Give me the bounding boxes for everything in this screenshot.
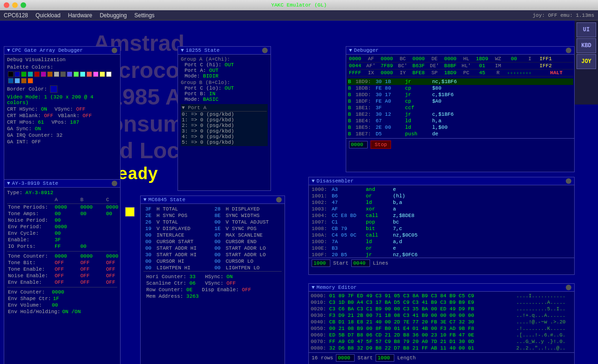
border-color-row: Border Color: xyxy=(7,84,117,94)
menu-hardware[interactable]: Hardware xyxy=(68,12,92,19)
stop-button[interactable]: Stop xyxy=(370,140,391,149)
kbd-button[interactable]: KBD xyxy=(577,38,596,53)
color-13 xyxy=(93,71,99,77)
i8255-close[interactable] xyxy=(262,48,268,53)
crtc-start-addr-lo: 00START ADDR LO xyxy=(213,245,282,252)
disassembler-panel: ▼Disassembler 1000: A3 and e 1001: B6 or… xyxy=(308,177,575,275)
crtc-cursor-lo: 00CURSOR LO xyxy=(213,258,282,265)
port-a-pin-1: 1: => 0 (psg/kbd) xyxy=(182,117,267,123)
disasm-lines-input[interactable] xyxy=(351,259,370,267)
disasm-start-input[interactable] xyxy=(312,259,330,267)
crt-blank-row: CRT HBlank: OFF VBlank: OFF xyxy=(7,112,117,119)
ay-noise-enable: Noise Enable: OFFOFFOFF xyxy=(7,273,117,279)
ui-button[interactable]: UI xyxy=(577,22,596,37)
disasm-row: 1007: C1 pop bc xyxy=(311,219,572,225)
color-9 xyxy=(67,71,72,77)
reg-addr-0: 0000 xyxy=(348,56,362,62)
disasm-area: B 1BD9: 30 1B jr nc,$1BF6 B 1BDB: FE 80 … xyxy=(347,78,573,137)
row-counter: Row Counter: 0E xyxy=(146,287,192,293)
traffic-lights xyxy=(4,2,26,8)
color-12 xyxy=(86,71,92,77)
color-15 xyxy=(106,71,112,77)
memory-close[interactable] xyxy=(566,285,571,290)
palette-label: Palette Colors: xyxy=(7,64,117,70)
mc6845-panel: ▼MC6845 State 3FH TOTAL 28H DISPLAYED 2E… xyxy=(140,196,285,364)
ay-header: ▼AY-3-8910 State xyxy=(4,180,120,188)
disasm-title: Disassembler xyxy=(317,178,354,184)
mem-row: 0010: C3 1D B0 A4 C3 17 BA D5 C9 C3 41 B… xyxy=(311,299,513,306)
memory-title: Memory Editor xyxy=(317,285,357,290)
crtc-v-displayed: 19V DISPLAYED xyxy=(143,225,213,232)
mc6845-close[interactable] xyxy=(276,197,282,203)
disasm-row: 100F: 20 B5 jr nz,$0FC6 xyxy=(311,252,572,258)
menu-cpc6128[interactable]: CPC6128 xyxy=(4,12,28,19)
crt-hsync: CRT HSync: ON xyxy=(7,106,47,112)
menu-quickload[interactable]: Quickload xyxy=(36,12,60,19)
crtc-interlace: 00INTERLACE xyxy=(143,232,213,238)
color-0 xyxy=(8,71,14,77)
crt-hblank: CRT HBlank: OFF xyxy=(7,113,53,119)
memory-header: ▼Memory Editor xyxy=(309,284,574,292)
crtc-v-total: 26V TOTAL xyxy=(143,219,213,225)
palette-preview xyxy=(125,207,135,217)
crtc-h-total: 3FH TOTAL xyxy=(143,206,213,212)
palette-colors xyxy=(7,70,117,84)
disasm-row: 1004: CC E8 BD call z,$BDE8 xyxy=(311,212,572,219)
joy-button[interactable]: JOY xyxy=(577,54,596,69)
memory-length-input[interactable] xyxy=(376,354,394,362)
gate-array-title: CPC Gate Array Debugger xyxy=(12,48,83,53)
debugger-header: ▼Debugger xyxy=(346,47,574,55)
menubar: CPC6128 Quickload Hardware Debugging Set… xyxy=(0,10,598,21)
port-a-pin-0: 0: => 0 (psg/kbd) xyxy=(182,112,267,117)
disasm-close[interactable] xyxy=(566,178,571,184)
debugger-addr-input[interactable] xyxy=(349,141,368,148)
debug-viz-label: Debug Visualization xyxy=(7,56,117,63)
titlebar: YAKC Emulator (GL) xyxy=(0,0,598,10)
rows-label: 16 rows xyxy=(312,355,333,361)
menu-debugging[interactable]: Debugging xyxy=(100,12,127,19)
maximize-button[interactable] xyxy=(21,2,26,8)
color-4 xyxy=(34,71,40,77)
disasm-row: 1000: A3 and e xyxy=(311,186,572,193)
ay-env-cycle: Env Cycle: 00 xyxy=(7,230,117,237)
ga-irq: GA IRQ Counter: 32 xyxy=(7,132,117,139)
ay-noise-period: Noise Period: 00 xyxy=(7,217,117,224)
ga-sync: GA Sync: ON xyxy=(7,126,117,132)
minimize-button[interactable] xyxy=(12,2,18,8)
i8255-header: ▼i8255 State xyxy=(178,47,271,55)
hsync-stat: HSync: ON xyxy=(205,274,233,280)
i8255-title: i8255 State xyxy=(186,48,220,53)
port-c-hi: Port C (hi): OUT xyxy=(181,62,268,68)
ay-close[interactable] xyxy=(112,181,117,186)
crtc-start-addr-lo2: 00START ADDR LO xyxy=(213,252,282,258)
menu-settings[interactable]: Settings xyxy=(135,12,155,19)
ay-panel: ▼AY-3-8910 State Type: AY-3-8912 ABC Ton… xyxy=(4,179,121,364)
close-button[interactable] xyxy=(4,2,9,8)
ay-env-period: Env Period: 0000 xyxy=(7,224,117,230)
memory-controls: 16 rows Start Length xyxy=(309,352,574,363)
disasm-lines-text: Lines xyxy=(373,260,388,266)
memory-start-label: Start xyxy=(357,355,373,361)
hex-column: 0000: 01 89 7F ED 49 C3 91 05 C3 8A B9 C… xyxy=(311,293,513,351)
gate-array-header: ▼CPC Gate Array Debugger xyxy=(4,47,120,55)
ay-tone-amps: Tone Amps: 000000 xyxy=(7,210,117,217)
disasm-header: ▼Disassembler xyxy=(309,177,574,185)
ay-tone-enable: Tone Enable: OFFOFFOFF xyxy=(7,266,117,273)
memory-start-input[interactable] xyxy=(336,354,355,362)
group-a-label: Group A (A+Chi): xyxy=(181,56,268,62)
disasm-row: 100D: 7A ld a,d xyxy=(311,238,572,245)
crt-hpos: CRT HPos: 61 xyxy=(7,119,44,125)
port-a-pin-2: 2: => 0 (psg/kbd) xyxy=(182,123,267,128)
debugger-close[interactable] xyxy=(566,48,571,53)
gate-array-close[interactable] xyxy=(112,48,117,53)
disasm-current: B 1BD9: 30 1B jr nc,$1BF6 xyxy=(347,78,573,85)
gate-array-panel: ▼CPC Gate Array Debugger Debug Visualiza… xyxy=(4,46,121,191)
disasm-start-label: Start xyxy=(333,260,349,266)
vsync-stat: VSync: OFF xyxy=(205,280,236,286)
disasm-row: 1001: B6 or (hl) xyxy=(311,193,572,199)
mc6845-title: MC6845 State xyxy=(149,197,185,203)
crtc-cursor-start: 00CURSOR START xyxy=(143,238,213,245)
group-b-label: Group B (B+Clo): xyxy=(181,80,268,85)
crt-sync-row: CRT HSync: ON VSync: OFF xyxy=(7,106,117,112)
video-mode: Video Mode: 1 (320 x 200 @ 4 colors) xyxy=(7,94,117,106)
